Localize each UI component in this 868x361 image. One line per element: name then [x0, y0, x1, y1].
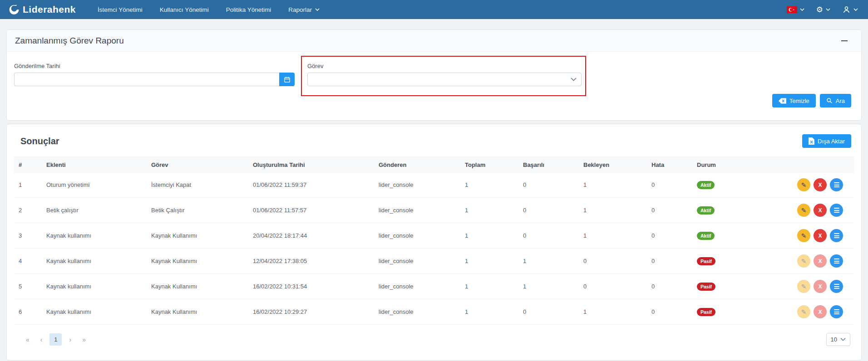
results-panel: Sonuçlar Dışa Aktar # Eklenti Görev Oluş… [6, 124, 862, 361]
actions-cell: ✎X [765, 198, 854, 223]
close-icon: X [818, 233, 822, 239]
nav-item-istemci-yonetimi[interactable]: İstemci Yönetimi [98, 6, 143, 13]
export-button[interactable]: Dışa Aktar [802, 134, 851, 148]
calendar-button[interactable] [279, 73, 295, 86]
table-cell: 2 [14, 198, 42, 223]
delete-task-button[interactable]: X [814, 229, 827, 242]
table-cell: Betik çalıştır [42, 198, 147, 223]
clear-button[interactable]: Temizle [772, 94, 816, 107]
edit-task-button[interactable]: ✎ [797, 280, 810, 293]
chevron-down-icon [800, 8, 804, 11]
table-cell: 1 [460, 172, 518, 198]
nav-item-raporlar[interactable]: Raporlar [288, 6, 320, 13]
table-cell: lider_console [374, 299, 460, 325]
chevron-down-icon [826, 8, 830, 11]
table-cell: 4 [14, 249, 42, 274]
task-detail-button[interactable] [830, 204, 843, 217]
delete-task-button[interactable]: X [814, 204, 827, 217]
status-cell: Aktif [692, 198, 765, 223]
last-page-button[interactable]: » [77, 334, 91, 345]
page-size-select[interactable]: 10 [826, 333, 850, 346]
first-page-button[interactable]: « [20, 334, 35, 345]
table-row: 2Betik çalıştırBetik Çalıştır01/06/2022 … [14, 198, 854, 223]
current-page-button[interactable]: 1 [49, 333, 62, 346]
actions-cell: ✎X [765, 223, 854, 249]
table-cell: 1 [579, 223, 647, 249]
task-detail-button[interactable] [830, 229, 843, 242]
results-table: # Eklenti Görev Oluşturulma Tarihi Gönde… [14, 157, 854, 325]
close-icon: X [818, 283, 822, 290]
language-menu[interactable] [787, 6, 804, 13]
table-cell: 12/04/2022 17:38:05 [248, 249, 374, 274]
collapse-panel-button[interactable] [838, 38, 850, 44]
table-cell: 0 [579, 274, 647, 299]
col-header-plugin: Eklenti [42, 157, 147, 172]
chevron-down-icon [840, 338, 846, 341]
status-cell: Aktif [692, 223, 765, 249]
table-cell: 0 [518, 198, 579, 223]
task-detail-button[interactable] [830, 280, 843, 293]
delete-task-button[interactable]: X [814, 280, 827, 293]
table-cell: 16/02/2022 10:29:27 [248, 299, 374, 325]
table-cell: 0 [647, 223, 692, 249]
table-cell: 1 [579, 299, 647, 325]
filter-panel: Zamanlanmış Görev Raporu Gönderilme Tari… [6, 29, 862, 121]
table-cell: lider_console [374, 274, 460, 299]
page-title: Zamanlanmış Görev Raporu [15, 36, 124, 46]
send-date-field-group: Gönderilme Tarihi [14, 63, 295, 86]
col-header-created: Oluşturulma Tarihi [248, 157, 374, 172]
status-cell: Aktif [692, 172, 765, 198]
status-badge: Pasif [697, 283, 715, 291]
results-title: Sonuçlar [20, 136, 59, 146]
table-body: 1Oturum yönetimiİstemciyi Kapat01/06/202… [14, 172, 854, 325]
task-detail-button[interactable] [830, 254, 843, 268]
status-badge: Aktif [697, 181, 715, 189]
task-label: Görev [307, 63, 580, 69]
actions-cell: ✎X [765, 299, 854, 325]
table-cell: 0 [647, 198, 692, 223]
edit-task-button[interactable]: ✎ [797, 178, 810, 191]
status-badge: Pasif [697, 257, 715, 265]
nav-item-kullanici-yonetimi[interactable]: Kullanıcı Yönetimi [160, 6, 209, 13]
table-cell: 1 [460, 249, 518, 274]
user-menu[interactable] [842, 5, 858, 14]
liderahenk-logo-icon [8, 4, 20, 15]
table-header-row: # Eklenti Görev Oluşturulma Tarihi Gönde… [14, 157, 854, 172]
page-size-value: 10 [831, 336, 837, 343]
brand-logo[interactable]: Liderahenk [8, 4, 76, 15]
edit-task-button[interactable]: ✎ [797, 305, 810, 318]
table-cell: 1 [14, 172, 42, 198]
delete-task-button[interactable]: X [814, 254, 827, 268]
task-detail-button[interactable] [830, 178, 843, 191]
task-select[interactable] [307, 73, 582, 86]
table-row: 4Kaynak kullanımıKaynak Kullanımı12/04/2… [14, 249, 854, 274]
table-cell: Oturum yönetimi [42, 172, 147, 198]
delete-task-button[interactable]: X [814, 305, 827, 318]
search-button[interactable]: Ara [820, 94, 851, 107]
table-cell: Kaynak Kullanımı [147, 274, 248, 299]
table-cell: 16/02/2022 10:31:54 [248, 274, 374, 299]
table-cell: 0 [518, 172, 579, 198]
table-cell: 1 [460, 274, 518, 299]
table-cell: 0 [647, 299, 692, 325]
edit-task-button[interactable]: ✎ [797, 204, 810, 217]
list-icon [834, 259, 839, 263]
settings-menu[interactable]: ⚙ [816, 6, 830, 14]
task-detail-button[interactable] [830, 305, 843, 318]
delete-task-button[interactable]: X [814, 178, 827, 191]
table-row: 6Kaynak kullanımıKaynak Kullanımı16/02/2… [14, 299, 854, 325]
pencil-icon: ✎ [801, 181, 807, 189]
navbar: Liderahenk İstemci Yönetimi Kullanıcı Yö… [0, 0, 868, 19]
status-badge: Aktif [697, 232, 715, 240]
actions-cell: ✎X [765, 249, 854, 274]
edit-task-button[interactable]: ✎ [797, 254, 810, 268]
prev-page-button[interactable]: ‹ [35, 334, 48, 345]
next-page-button[interactable]: › [64, 334, 77, 345]
table-cell: 5 [14, 274, 42, 299]
send-date-input[interactable] [14, 73, 279, 86]
table-cell: Betik Çalıştır [147, 198, 248, 223]
calendar-icon [284, 76, 291, 83]
close-icon: X [818, 207, 822, 214]
nav-item-politika-yonetimi[interactable]: Politika Yönetimi [226, 6, 271, 13]
edit-task-button[interactable]: ✎ [797, 229, 810, 242]
